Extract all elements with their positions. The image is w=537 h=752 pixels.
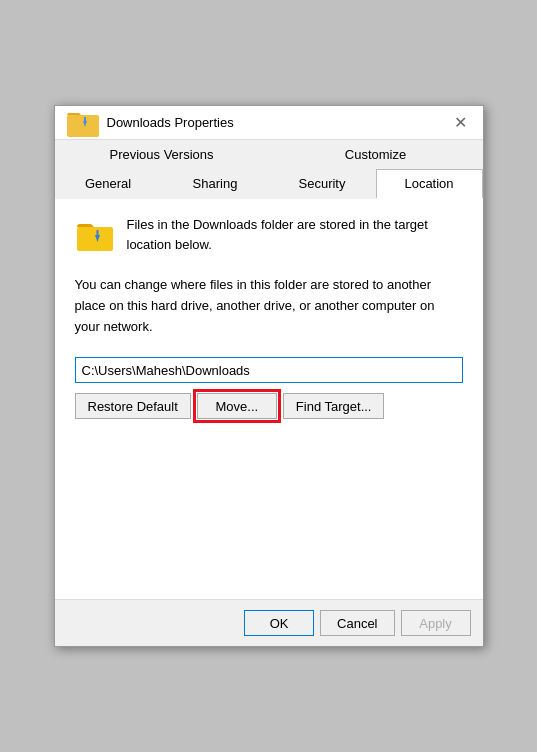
- path-input[interactable]: [75, 357, 463, 383]
- action-buttons: Restore Default Move... Find Target...: [75, 393, 463, 419]
- change-description: You can change where files in this folde…: [75, 275, 463, 337]
- title-bar-left: Downloads Properties: [65, 105, 234, 141]
- ok-button[interactable]: OK: [244, 610, 314, 636]
- folder-large-svg: [75, 215, 115, 255]
- svg-rect-5: [96, 230, 98, 236]
- apply-button[interactable]: Apply: [401, 610, 471, 636]
- tabs-row-1: Previous Versions Customize: [55, 140, 483, 169]
- close-button[interactable]: ✕: [449, 111, 473, 135]
- title-bar: Downloads Properties ✕: [55, 106, 483, 140]
- tab-general[interactable]: General: [55, 169, 162, 199]
- dialog-title: Downloads Properties: [107, 115, 234, 130]
- tab-previous-versions[interactable]: Previous Versions: [55, 140, 269, 169]
- tab-sharing[interactable]: Sharing: [162, 169, 269, 199]
- dialog-footer: OK Cancel Apply: [55, 599, 483, 646]
- folder-download-icon: [65, 105, 101, 141]
- tab-location[interactable]: Location: [376, 169, 483, 199]
- dialog-window: Downloads Properties ✕ Previous Versions…: [54, 105, 484, 647]
- tab-customize[interactable]: Customize: [269, 140, 483, 169]
- info-description: Files in the Downloads folder are stored…: [127, 215, 463, 254]
- find-target-button[interactable]: Find Target...: [283, 393, 385, 419]
- tab-security[interactable]: Security: [269, 169, 376, 199]
- svg-rect-3: [77, 227, 113, 251]
- tabs-row-2: General Sharing Security Location: [55, 169, 483, 199]
- move-button[interactable]: Move...: [197, 393, 277, 419]
- content-area: Files in the Downloads folder are stored…: [55, 199, 483, 599]
- svg-rect-2: [84, 117, 86, 122]
- cancel-button[interactable]: Cancel: [320, 610, 394, 636]
- folder-icon-large: [75, 215, 115, 255]
- info-section: Files in the Downloads folder are stored…: [75, 215, 463, 255]
- restore-default-button[interactable]: Restore Default: [75, 393, 191, 419]
- svg-rect-0: [67, 115, 99, 137]
